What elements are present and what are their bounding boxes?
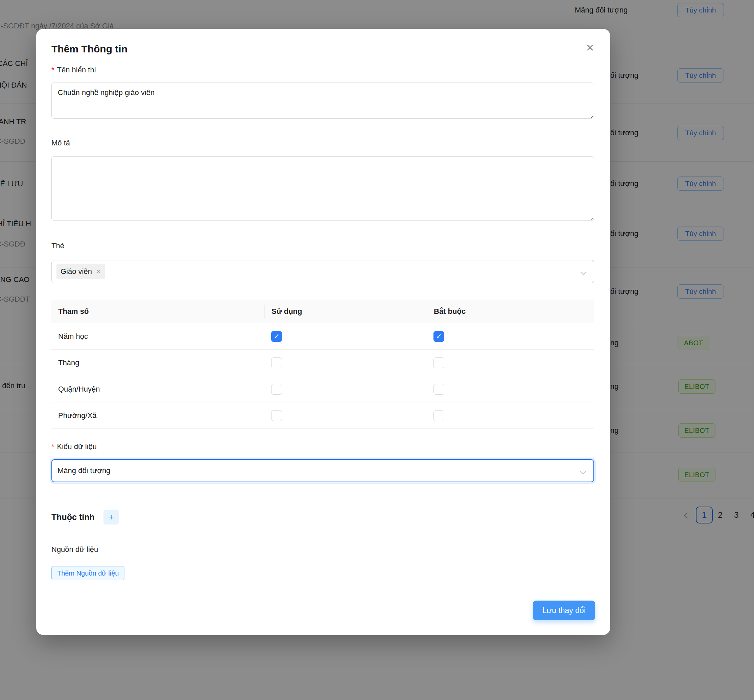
tags-label: Thẻ [52, 241, 64, 251]
save-button[interactable]: Lưu thay đổi [533, 601, 595, 620]
display-name-label-text: Tên hiển thị [57, 65, 96, 75]
close-icon[interactable]: ✕ [583, 41, 597, 55]
param-name: Năm học [52, 332, 264, 341]
param-name: Tháng [52, 358, 264, 367]
attributes-title: Thuộc tính [52, 512, 95, 522]
table-row: Quận/Huyện [52, 376, 594, 402]
add-info-modal: Thêm Thông tin ✕ * Tên hiển thị Chuẩn ng… [36, 29, 610, 635]
data-type-label-text: Kiểu dữ liệu [57, 441, 97, 452]
modal-title: Thêm Thông tin [52, 42, 128, 56]
chevron-down-icon [580, 269, 586, 275]
add-data-source-button[interactable]: Thêm Nguồn dữ liệu [52, 566, 125, 580]
data-source-label: Nguồn dữ liệu [52, 544, 98, 555]
data-type-select[interactable]: Mảng đối tượng [52, 459, 594, 482]
params-table: Tham số Sử dụng Bắt buộc Năm học Tháng Q… [52, 300, 594, 429]
tag-remove-icon[interactable]: ✕ [96, 268, 101, 275]
required-checkbox[interactable] [434, 358, 444, 368]
display-name-input[interactable]: Chuẩn nghề nghiệp giáo viên [52, 83, 594, 119]
table-row: Phường/Xã [52, 402, 594, 429]
column-header-param: Tham số [52, 306, 264, 317]
tags-select[interactable]: Giáo viên ✕ [52, 260, 594, 283]
data-type-value: Mảng đối tượng [58, 466, 110, 475]
use-checkbox[interactable] [271, 331, 282, 342]
required-asterisk: * [52, 65, 55, 75]
attributes-section: Thuộc tính + [52, 509, 119, 525]
data-type-label: * Kiểu dữ liệu [52, 441, 97, 452]
screen: Mảng đối tượng Tùy chỉnh C-SGDĐT ngày /7… [0, 0, 754, 700]
tag-chip-text: Giáo viên [61, 267, 92, 276]
use-checkbox[interactable] [271, 384, 282, 395]
data-source-label-text: Nguồn dữ liệu [52, 544, 98, 555]
required-checkbox[interactable] [434, 384, 444, 395]
display-name-label: * Tên hiển thị [52, 65, 96, 75]
required-checkbox[interactable] [434, 331, 444, 342]
use-checkbox[interactable] [271, 358, 282, 368]
table-row: Năm học [52, 323, 594, 350]
required-checkbox[interactable] [434, 410, 444, 421]
use-checkbox[interactable] [271, 410, 282, 421]
column-header-required: Bắt buộc [427, 305, 594, 318]
description-input[interactable] [52, 156, 594, 221]
table-row: Tháng [52, 350, 594, 376]
required-asterisk: * [52, 441, 55, 452]
params-table-header: Tham số Sử dụng Bắt buộc [52, 300, 594, 323]
tag-chip: Giáo viên ✕ [56, 264, 105, 279]
tags-label-text: Thẻ [52, 241, 64, 251]
param-name: Quận/Huyện [52, 385, 264, 394]
add-attribute-button[interactable]: + [103, 509, 119, 525]
chevron-down-icon [580, 468, 586, 474]
description-label: Mô tả [52, 138, 70, 148]
description-label-text: Mô tả [52, 138, 70, 148]
param-name: Phường/Xã [52, 411, 264, 420]
column-header-use: Sử dụng [264, 305, 427, 318]
